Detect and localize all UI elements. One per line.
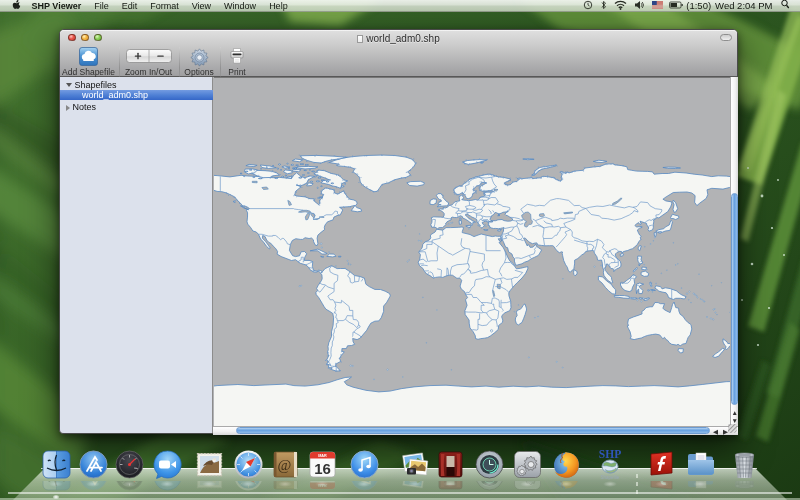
svg-text:SHP: SHP <box>599 448 621 460</box>
svg-text:MAR: MAR <box>318 482 327 486</box>
svg-text:@: @ <box>278 481 292 484</box>
svg-text:MAR: MAR <box>318 454 327 458</box>
svg-text:16: 16 <box>314 460 331 477</box>
svg-text:Shapefile: Shapefile <box>601 475 620 480</box>
svg-text:@: @ <box>278 457 292 473</box>
